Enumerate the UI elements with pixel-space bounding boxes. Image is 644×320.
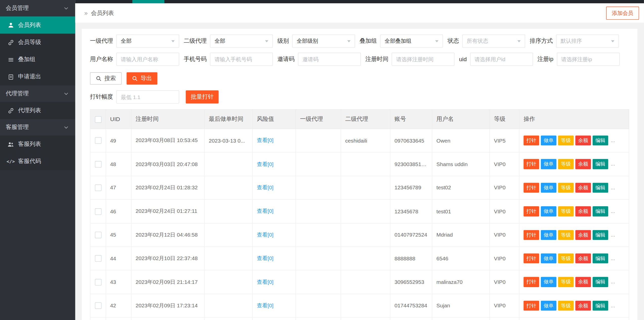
needle-action-button[interactable]: 打针 <box>524 183 539 193</box>
order-action-button[interactable]: 做单 <box>541 183 557 193</box>
risk-view-link[interactable]: 查看[0] <box>257 185 274 191</box>
row-checkbox[interactable] <box>95 208 101 215</box>
balance-action-button[interactable]: 余额 <box>575 277 591 287</box>
order-action-button[interactable]: 做单 <box>541 230 557 240</box>
sidebar-item-stack-group[interactable]: 叠加组 <box>0 51 75 68</box>
row-checkbox[interactable] <box>95 138 101 144</box>
row-checkbox[interactable] <box>95 303 101 309</box>
order-action-button[interactable]: 做单 <box>541 135 557 146</box>
sidebar-item-service-code[interactable]: </>客服代码 <box>0 153 75 170</box>
sidebar-item-agent-list[interactable]: 代理列表 <box>0 102 75 119</box>
export-button[interactable]: 导出 <box>127 72 158 85</box>
row-checkbox[interactable] <box>95 255 101 262</box>
balance-action-button[interactable]: 余额 <box>575 159 591 169</box>
sidebar-group-service-manage[interactable]: 客服管理 <box>0 119 75 135</box>
more-actions[interactable]: ... <box>611 161 615 167</box>
cell-uid: 45 <box>106 223 131 247</box>
reg-time-input[interactable] <box>392 53 455 66</box>
username-input[interactable] <box>116 53 179 66</box>
row-checkbox[interactable] <box>95 161 101 168</box>
balance-action-button[interactable]: 余额 <box>575 301 591 311</box>
balance-action-button[interactable]: 余额 <box>575 254 591 264</box>
level-action-button[interactable]: 等级 <box>558 206 574 216</box>
sidebar-group-agent-manage[interactable]: 代理管理 <box>0 85 75 102</box>
more-actions[interactable]: ... <box>611 184 615 190</box>
agent1-select[interactable]: 全部 <box>116 35 179 48</box>
cell-agent2: ceshidaili <box>341 129 390 152</box>
invite-code-input[interactable] <box>298 53 361 66</box>
order-action-button[interactable]: 做单 <box>541 254 557 264</box>
cell-account: 8888888 <box>390 247 432 270</box>
more-actions[interactable]: ... <box>611 208 615 214</box>
level-action-button[interactable]: 等级 <box>558 254 574 264</box>
risk-view-link[interactable]: 查看[0] <box>257 208 274 214</box>
level-select[interactable]: 全部级别 <box>292 35 355 48</box>
active-tab[interactable] <box>132 0 164 3</box>
batch-needle-button[interactable]: 批量打针 <box>186 90 219 104</box>
edit-action-button[interactable]: 编辑 <box>593 301 608 311</box>
cell-uid: 48 <box>106 152 131 176</box>
order-action-button[interactable]: 做单 <box>541 206 557 216</box>
row-checkbox[interactable] <box>95 279 101 285</box>
needle-action-button[interactable]: 打针 <box>524 277 539 287</box>
row-checkbox[interactable] <box>95 185 101 191</box>
balance-action-button[interactable]: 余额 <box>575 135 591 146</box>
edit-action-button[interactable]: 编辑 <box>593 254 608 264</box>
sidebar-item-service-list[interactable]: 客服列表 <box>0 135 75 153</box>
sidebar-group-label: 代理管理 <box>6 90 29 97</box>
needle-action-button[interactable]: 打针 <box>524 254 539 264</box>
stack-select[interactable]: 全部叠加组 <box>380 35 443 48</box>
edit-action-button[interactable]: 编辑 <box>593 277 608 287</box>
more-actions[interactable]: ... <box>611 232 615 238</box>
more-actions[interactable]: ... <box>611 302 615 308</box>
needle-range-input[interactable] <box>116 90 179 104</box>
order-action-button[interactable]: 做单 <box>541 277 557 287</box>
needle-action-button[interactable]: 打针 <box>524 230 539 240</box>
order-action-button[interactable]: 做单 <box>541 159 557 169</box>
more-actions[interactable]: ... <box>611 255 615 261</box>
risk-view-link[interactable]: 查看[0] <box>257 302 274 308</box>
level-action-button[interactable]: 等级 <box>558 159 574 169</box>
level-action-button[interactable]: 等级 <box>558 277 574 287</box>
sort-select[interactable]: 默认排序 <box>556 35 619 48</box>
needle-action-button[interactable]: 打针 <box>524 159 539 169</box>
edit-action-button[interactable]: 编辑 <box>593 183 608 193</box>
balance-action-button[interactable]: 余额 <box>575 183 591 193</box>
edit-action-button[interactable]: 编辑 <box>593 159 608 169</box>
edit-action-button[interactable]: 编辑 <box>593 206 608 216</box>
select-all-checkbox[interactable] <box>95 116 101 123</box>
level-action-button[interactable]: 等级 <box>558 183 574 193</box>
risk-view-link[interactable]: 查看[0] <box>257 255 274 261</box>
edit-action-button[interactable]: 编辑 <box>593 135 608 146</box>
level-action-button[interactable]: 等级 <box>558 135 574 146</box>
needle-action-button[interactable]: 打针 <box>524 206 539 216</box>
sidebar-item-apply-exit[interactable]: 申请退出 <box>0 68 75 85</box>
more-actions[interactable]: ... <box>611 137 615 143</box>
sidebar-group-member-manage[interactable]: 会员管理 <box>0 0 75 16</box>
risk-view-link[interactable]: 查看[0] <box>257 137 274 143</box>
uid-input[interactable] <box>470 53 533 66</box>
cell-uid: 44 <box>106 247 131 270</box>
cell-account: 01407972524 <box>390 223 432 247</box>
level-action-button[interactable]: 等级 <box>558 230 574 240</box>
order-action-button[interactable]: 做单 <box>541 301 557 311</box>
balance-action-button[interactable]: 余额 <box>575 230 591 240</box>
status-select[interactable]: 所有状态 <box>462 35 525 48</box>
search-button[interactable]: 搜索 <box>90 72 122 85</box>
needle-action-button[interactable]: 打针 <box>524 301 539 311</box>
agent2-select[interactable]: 全部 <box>210 35 273 48</box>
reg-ip-input[interactable] <box>557 53 620 66</box>
row-checkbox[interactable] <box>95 232 101 238</box>
phone-input[interactable] <box>210 53 273 66</box>
more-actions[interactable]: ... <box>611 279 615 285</box>
risk-view-link[interactable]: 查看[0] <box>257 279 274 285</box>
needle-action-button[interactable]: 打针 <box>524 135 539 146</box>
risk-view-link[interactable]: 查看[0] <box>257 232 274 238</box>
add-member-button[interactable]: 添加会员 <box>606 6 639 19</box>
sidebar-item-member-level[interactable]: 会员等级 <box>0 34 75 51</box>
sidebar-item-member-list[interactable]: 会员列表 <box>0 16 75 34</box>
edit-action-button[interactable]: 编辑 <box>593 230 608 240</box>
level-action-button[interactable]: 等级 <box>558 301 574 311</box>
balance-action-button[interactable]: 余额 <box>575 206 591 216</box>
risk-view-link[interactable]: 查看[0] <box>257 161 274 167</box>
